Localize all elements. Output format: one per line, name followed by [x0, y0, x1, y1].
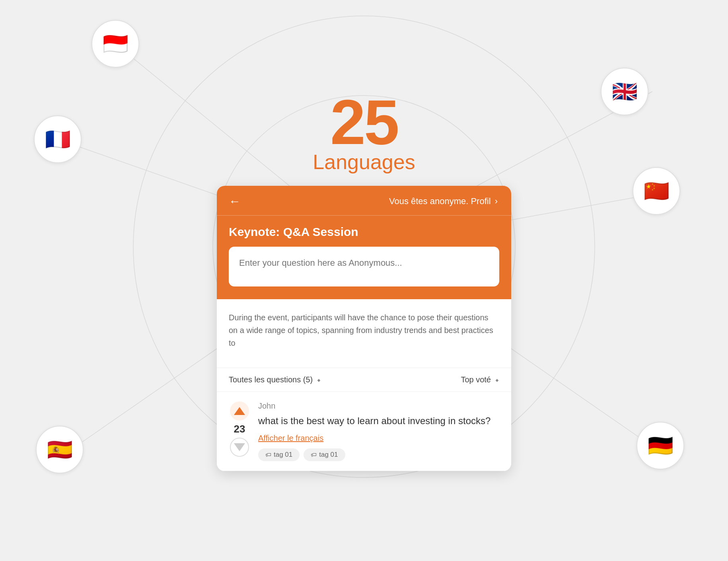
question-text: what is the best way to learn about inve… — [258, 414, 499, 428]
flag-germany: 🇩🇪 — [637, 422, 684, 469]
tag-1: 🏷 tag 01 — [258, 448, 300, 461]
question-input-wrapper — [217, 247, 511, 299]
questions-filter-label: Toutes les questions (5) — [229, 375, 313, 384]
flag-indonesia: 🇮🇩 — [91, 20, 139, 68]
description-text: During the event, participants will have… — [229, 311, 499, 349]
tag-icon-2: 🏷 — [311, 451, 317, 458]
questions-filter[interactable]: Toutes les questions (5) ⬥ — [229, 375, 321, 384]
profile-arrow: › — [495, 196, 498, 206]
filter-bar: Toutes les questions (5) ⬥ Top voté ⬥ — [217, 368, 511, 392]
sort-filter-label: Top voté — [461, 375, 491, 384]
question-input[interactable] — [229, 247, 499, 286]
vote-count: 23 — [234, 423, 245, 435]
question-author: John — [258, 401, 499, 411]
flag-china: 🇨🇳 — [633, 167, 680, 215]
card-topbar: ← Vous êtes anonyme. Profil › — [217, 186, 511, 216]
languages-label: Languages — [313, 150, 415, 174]
vote-column: 23 — [229, 401, 250, 457]
flag-france: 🇫🇷 — [34, 115, 82, 163]
questions-filter-chevron: ⬥ — [317, 376, 321, 384]
question-content: John what is the best way to learn about… — [258, 401, 499, 461]
translate-link[interactable]: Afficher le français — [258, 434, 499, 443]
tag-label-1: tag 01 — [274, 451, 292, 459]
flag-uk: 🇬🇧 — [601, 68, 648, 115]
sort-filter-chevron: ⬥ — [495, 376, 499, 384]
tag-icon-1: 🏷 — [265, 451, 271, 458]
back-button[interactable]: ← — [229, 195, 241, 208]
card-header: ← Vous êtes anonyme. Profil › Keynote: Q… — [217, 186, 511, 299]
tag-2: 🏷 tag 01 — [304, 448, 345, 461]
tags-row: 🏷 tag 01 🏷 tag 01 — [258, 448, 499, 461]
vote-down-arrow-icon — [234, 443, 245, 451]
vote-up-button[interactable] — [230, 401, 249, 421]
qa-card: ← Vous êtes anonyme. Profil › Keynote: Q… — [217, 186, 511, 471]
tag-label-2: tag 01 — [319, 451, 338, 459]
vote-down-button[interactable] — [230, 438, 249, 457]
card-title: Keynote: Q&A Session — [229, 225, 499, 239]
card-title-area: Keynote: Q&A Session — [217, 216, 511, 247]
main-content: 25 Languages ← Vous êtes anonyme. Profil… — [185, 90, 543, 471]
languages-count: 25 — [330, 90, 398, 154]
vote-up-arrow-icon — [234, 407, 245, 415]
profile-label: Vous êtes anonyme. Profil — [389, 196, 491, 206]
question-item: 23 John what is the best way to learn ab… — [217, 392, 511, 471]
profile-link[interactable]: Vous êtes anonyme. Profil › — [389, 196, 499, 206]
flag-spain: 🇪🇸 — [36, 426, 84, 473]
sort-filter[interactable]: Top voté ⬥ — [461, 375, 499, 384]
card-body: During the event, participants will have… — [217, 299, 511, 368]
